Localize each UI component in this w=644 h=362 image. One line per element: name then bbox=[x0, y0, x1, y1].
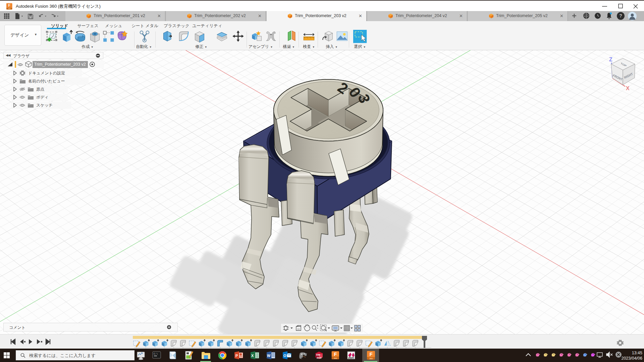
svg-text:Z: Z bbox=[609, 57, 612, 62]
svg-text:X: X bbox=[626, 85, 630, 91]
svg-text:2020: 2020 bbox=[348, 356, 354, 359]
svg-text:360: 360 bbox=[369, 358, 373, 360]
svg-text:360: 360 bbox=[334, 357, 337, 359]
svg-text:X: X bbox=[251, 354, 254, 358]
svg-text:2019: 2019 bbox=[317, 357, 322, 359]
svg-text:F: F bbox=[369, 351, 372, 357]
svg-text:SW: SW bbox=[316, 353, 320, 356]
svg-text:C:\: C:\ bbox=[154, 353, 158, 355]
svg-text:O: O bbox=[283, 354, 286, 358]
svg-text:W: W bbox=[267, 354, 271, 358]
svg-text:P: P bbox=[235, 354, 238, 358]
svg-text:F: F bbox=[334, 352, 337, 357]
